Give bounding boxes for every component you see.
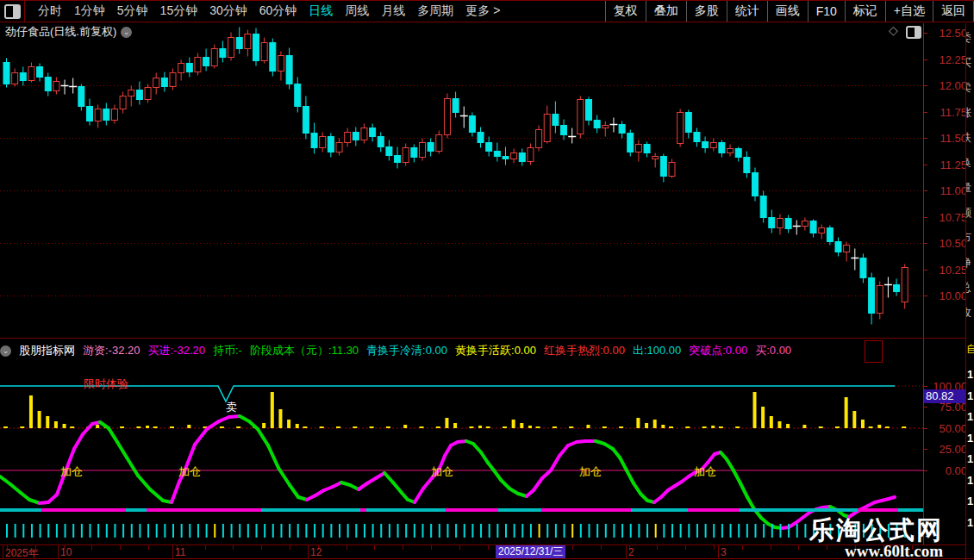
indicator-value: 阶段成本（元）:11.30 — [250, 343, 359, 358]
period-tab-1分钟[interactable]: 1分钟 — [74, 3, 105, 19]
date-minor-tick — [148, 545, 149, 550]
indicator-header: ⌄ 股朋指标网 游资:-32.20买进:-32.20持币:-阶段成本（元）:11… — [0, 339, 862, 362]
indicator-axis-label: 50.00 — [927, 422, 967, 435]
price-axis-label: 12.25 — [927, 53, 967, 66]
add-position-label: 加仓 — [178, 464, 201, 480]
date-label: 2 — [628, 546, 634, 558]
indicator-value: 持币:- — [213, 343, 242, 358]
indicator-value: 买进:-32.20 — [147, 343, 204, 358]
price-axis-label: 10.00 — [927, 289, 967, 302]
collapse-icon[interactable]: ⌄ — [0, 345, 11, 357]
right-quote-strip[interactable]: 委买卖涨跌换量额市净总收自11111111 — [966, 23, 974, 558]
sell-signal-label: 卖 — [226, 400, 237, 415]
watermark-url: www.60lt.com — [809, 543, 943, 559]
watermark-site-name: 乐淘公式网 — [809, 518, 943, 543]
toolbar-button-多股[interactable]: 多股 — [686, 1, 727, 22]
strip-quote-digit: 1 — [967, 452, 973, 465]
date-minor-tick — [431, 545, 432, 550]
period-tab-30分钟[interactable]: 30分钟 — [209, 3, 247, 19]
toolbar-button-返回[interactable]: 返回 — [933, 1, 974, 22]
strip-zi-label[interactable]: 自 — [966, 342, 974, 357]
date-month-tick — [626, 545, 627, 559]
current-value-badge: 80.82 — [924, 389, 969, 403]
date-minor-tick — [290, 545, 290, 550]
axis-border-line — [923, 23, 924, 544]
indicator-axis-tick — [923, 407, 927, 408]
toolbar-button-统计[interactable]: 统计 — [727, 1, 767, 22]
date-minor-tick — [714, 545, 715, 550]
period-tab-15分钟[interactable]: 15分钟 — [160, 3, 198, 19]
period-tab-更多 >[interactable]: 更多 > — [465, 3, 500, 19]
date-label: 12 — [310, 546, 322, 558]
price-axis-label: 10.25 — [927, 264, 967, 277]
period-tab-周线[interactable]: 周线 — [345, 3, 369, 19]
date-month-tick — [718, 545, 719, 559]
date-minor-tick — [459, 545, 460, 550]
strip-quote-digit: 1 — [967, 389, 973, 402]
date-minor-tick — [205, 545, 206, 550]
strip-quote-digit: 1 — [967, 516, 973, 529]
toolbar-button-标记[interactable]: 标记 — [845, 1, 885, 22]
date-cursor-badge: 2025/12/31/三 — [496, 545, 565, 558]
strip-quote-digit: 1 — [967, 474, 973, 487]
add-position-label: 加仓 — [60, 464, 83, 480]
panel-divider — [0, 338, 965, 339]
date-minor-tick — [572, 545, 573, 550]
indicator-chart[interactable] — [0, 364, 923, 544]
indicator-axis-tick — [923, 449, 927, 450]
strip-clipped-char: 涨 — [966, 105, 974, 121]
date-minor-tick — [771, 545, 771, 550]
date-minor-tick — [403, 545, 403, 550]
price-axis-label: 11.50 — [927, 132, 967, 145]
toolbar-button-画线[interactable]: 画线 — [767, 1, 808, 22]
toolbar-button-+自选[interactable]: +自选 — [885, 1, 933, 22]
indicator-value: 买:0.00 — [755, 343, 791, 358]
strip-clipped-char: 收 — [966, 305, 974, 320]
period-tab-多周期[interactable]: 多周期 — [417, 3, 453, 19]
price-axis-label: 10.75 — [927, 211, 967, 224]
indicator-value: 青换手冷清:0.00 — [366, 343, 447, 358]
indicator-value: 出:100.00 — [633, 343, 681, 358]
price-axis-label: 12.00 — [927, 79, 967, 92]
candlestick-chart[interactable] — [0, 25, 923, 339]
date-minor-tick — [261, 545, 262, 550]
indicator-axis-tick — [923, 386, 927, 387]
indicator-toolbox[interactable] — [865, 340, 883, 363]
date-minor-tick — [488, 545, 489, 550]
date-minor-tick — [91, 545, 92, 550]
right-toolbar: 复权叠加多股统计画线F10标记+自选返回 — [605, 1, 974, 22]
add-position-label: 加仓 — [431, 464, 453, 480]
strip-clipped-char: 净 — [966, 255, 974, 271]
date-month-tick — [172, 545, 173, 559]
indicator-value: 游资:-32.20 — [83, 343, 140, 358]
strip-clipped-char: 买 — [966, 55, 974, 71]
date-minor-tick — [685, 545, 686, 550]
trial-watermark-label: 限时体验 — [84, 376, 128, 392]
price-axis-label: 11.00 — [927, 184, 967, 197]
add-position-label: 加仓 — [579, 464, 602, 480]
watermark: 乐淘公式网 www.60lt.com — [809, 518, 943, 559]
date-minor-tick — [798, 545, 799, 550]
toolbar-button-复权[interactable]: 复权 — [605, 1, 646, 22]
indicator-value: 红换手热烈:0.00 — [544, 343, 625, 358]
strip-quote-digit: 1 — [967, 432, 973, 445]
strip-clipped-char: 额 — [966, 205, 974, 221]
period-tab-60分钟[interactable]: 60分钟 — [259, 3, 297, 19]
period-tab-日线[interactable]: 日线 — [309, 3, 333, 19]
toolbar-button-F10[interactable]: F10 — [808, 1, 845, 22]
price-axis-label: 12.50 — [927, 27, 967, 40]
indicator-value: 黄换手活跃:0.00 — [455, 343, 536, 358]
indicator-axis-label: 0.00 — [927, 464, 967, 477]
date-month-tick — [308, 545, 309, 559]
date-minor-tick — [120, 545, 121, 550]
indicator-name: 股朋指标网 — [19, 343, 75, 358]
toolbar-button-叠加[interactable]: 叠加 — [646, 1, 686, 22]
period-tab-5分钟[interactable]: 5分钟 — [117, 3, 148, 19]
indicator-value: 突破点:0.00 — [689, 343, 747, 358]
period-tab-分时[interactable]: 分时 — [38, 3, 62, 19]
strip-clipped-char: 量 — [966, 180, 974, 196]
price-axis-label: 11.75 — [927, 106, 967, 119]
layout-split-icon[interactable] — [4, 4, 21, 19]
strip-clipped-char: 总 — [966, 280, 974, 296]
period-tab-月线[interactable]: 月线 — [381, 3, 405, 19]
